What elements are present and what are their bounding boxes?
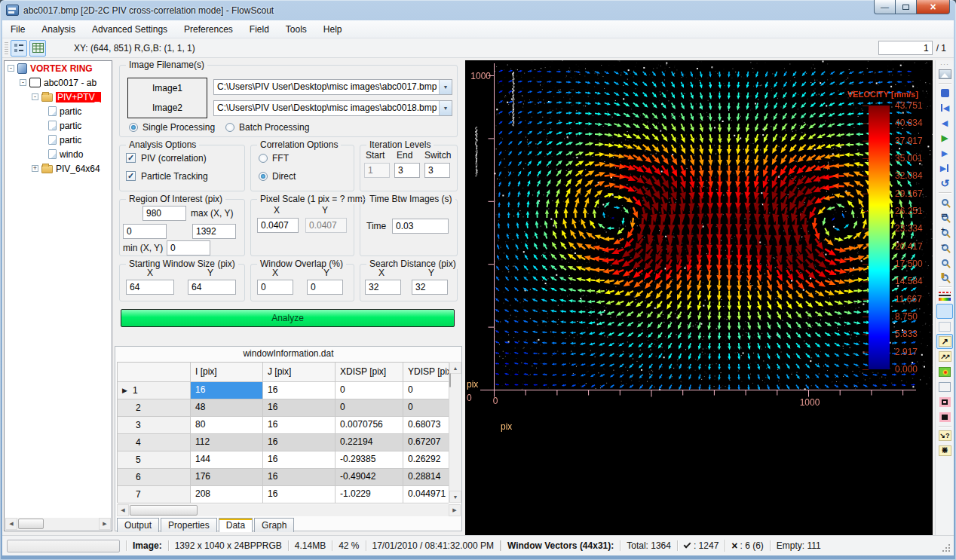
zoom-button[interactable] [936,255,953,270]
replay-button[interactable]: ↺ [936,176,953,191]
frame-number-input[interactable] [878,41,933,55]
scroll-up-icon[interactable]: ▲ [449,362,461,374]
tree-item-particles-2[interactable]: partic [5,118,112,133]
expand-icon[interactable]: + [32,165,38,172]
menu-help[interactable]: Help [315,21,351,38]
chevron-down-icon[interactable]: ▼ [439,80,452,94]
pixel-scale-y-input[interactable] [305,218,347,233]
column-header-j[interactable]: J [pix] [263,363,336,382]
tab-properties[interactable]: Properties [161,518,217,532]
title-bar[interactable]: abc0017.bmp [2D-2C PIV cross-correlation… [0,0,956,20]
iteration-end-input[interactable] [394,163,420,178]
overlap-x-input[interactable] [257,280,293,295]
tree-item-piv-64x64[interactable]: + PIV_64x64 [5,161,112,176]
menu-tools[interactable]: Tools [277,21,315,38]
collapse-icon[interactable]: - [8,65,14,72]
fft-radio[interactable] [259,154,268,163]
selected-cell[interactable]: 16 [191,382,263,399]
tab-data[interactable]: Data [219,518,253,532]
next-frame-button[interactable]: ▶ [936,145,953,161]
colormap-button[interactable] [936,289,953,304]
zoom-lock-button[interactable]: ▮ [936,270,953,285]
roi-max-x-input[interactable] [192,224,236,239]
collapse-icon[interactable]: - [32,93,38,100]
scroll-down-icon[interactable]: ▼ [449,491,461,503]
first-frame-button[interactable]: ◀ [936,100,953,115]
tree-item-vortex-ring[interactable]: - VORTEX RING [5,61,112,75]
table-row[interactable]: 3 80 16 0.0070756 0.68073 [118,417,460,434]
collapse-icon[interactable]: - [20,79,26,86]
window-size-x-input[interactable] [126,280,174,295]
overlap-y-input[interactable] [307,280,343,295]
table-row[interactable]: 7 208 16 -1.0229 0.044971 [118,486,460,503]
play-button[interactable]: ▶ [936,130,953,145]
stop-button[interactable] [936,85,953,100]
scroll-left-icon[interactable]: ◀ [117,504,129,516]
roi-outline-button[interactable] [936,394,953,409]
scrollbar-thumb[interactable] [130,505,198,516]
resize-grip[interactable] [942,543,951,552]
zoom-in-button[interactable]: + [936,225,953,240]
window-size-y-input[interactable] [188,280,236,295]
table-row[interactable]: 2 48 16 0 0 [118,399,460,417]
image2-path-combobox[interactable]: C:\Users\PIV User\Desktop\misc images\ab… [213,100,452,116]
column-header-xdisp[interactable]: XDISP [pix] [336,363,403,382]
vector-display-button[interactable]: ↗ [936,334,953,349]
menu-file[interactable]: File [2,21,33,38]
piv-correlation-checkbox[interactable]: ✓ [126,153,136,163]
roi-min-x-input[interactable] [123,224,167,239]
tree-item-piv-ptv[interactable]: - PIV+PTV_ [5,90,112,104]
tree-item-particles-1[interactable]: partic [5,104,112,118]
menu-preferences[interactable]: Preferences [176,21,241,38]
pixel-scale-x-input[interactable] [257,218,299,233]
table-row[interactable]: 4 112 16 0.22194 0.67207 [118,434,460,451]
tab-output[interactable]: Output [117,518,159,532]
zoom-window-button[interactable] [936,194,953,210]
particle-tracking-checkbox[interactable]: ✓ [126,171,136,181]
analyze-button[interactable]: Analyze [121,309,455,327]
vector-axes-button[interactable]: +× [936,443,953,458]
table-row[interactable]: 5 144 16 -0.29385 0.26292 [118,451,460,469]
scroll-right-icon[interactable]: ▶ [99,518,111,530]
single-processing-radio[interactable] [129,123,138,132]
roi-filled-button[interactable] [936,409,953,424]
image-preview-button[interactable] [936,66,953,81]
tab-graph[interactable]: Graph [254,518,294,532]
tree-horizontal-scrollbar[interactable]: ◀ ▶ [5,518,111,530]
particles-light-button[interactable] [936,319,953,334]
vector-query-button[interactable]: ↘? [936,428,953,443]
tree-item-abc0017[interactable]: - abc0017 - ab [5,75,112,90]
table-horizontal-scrollbar[interactable]: ◀ ▶ [117,504,461,516]
previous-frame-button[interactable]: ◀ [936,115,953,130]
table-row[interactable]: 6 176 16 -0.49042 0.28814 [118,469,460,486]
chevron-down-icon[interactable]: ▼ [439,101,452,115]
iteration-start-input[interactable] [364,163,390,178]
table-vertical-scrollbar[interactable]: ▲ ▼ [449,362,461,503]
contour-plot-button[interactable] [936,364,953,379]
roi-min-y-input[interactable] [167,240,210,256]
table-row[interactable]: ▶1 16 16 0 0 [118,382,460,399]
menu-analysis[interactable]: Analysis [33,21,84,38]
zoom-document-button[interactable]: ▭ [936,210,953,225]
scroll-left-icon[interactable]: ◀ [5,518,17,530]
menu-advanced-settings[interactable]: Advanced Settings [84,21,176,38]
scroll-right-icon[interactable]: ▶ [449,504,461,516]
particles-dark-button[interactable] [936,304,953,319]
zoom-out-button[interactable]: − [936,240,953,255]
last-frame-button[interactable]: ▶ [936,161,953,176]
time-between-images-input[interactable] [392,219,449,234]
close-button[interactable]: × [916,0,950,14]
column-header-ydisp[interactable]: YDISP [pix] [403,363,449,382]
search-distance-y-input[interactable] [412,280,448,295]
vector-pair-button[interactable]: ↗↗ [936,349,953,364]
velocity-field-canvas[interactable] [465,60,933,535]
tree-item-window-information[interactable]: windo [5,147,112,161]
scrollbar-thumb[interactable] [18,519,44,529]
tree-item-particles-3[interactable]: partic [5,133,112,147]
menu-field[interactable]: Field [241,21,277,38]
direct-radio[interactable] [259,172,268,181]
search-distance-x-input[interactable] [365,280,401,295]
image1-path-combobox[interactable]: C:\Users\PIV User\Desktop\misc images\ab… [213,79,452,95]
column-header-i[interactable]: I [pix] [191,363,263,382]
scrollbar-thumb[interactable] [449,373,451,387]
